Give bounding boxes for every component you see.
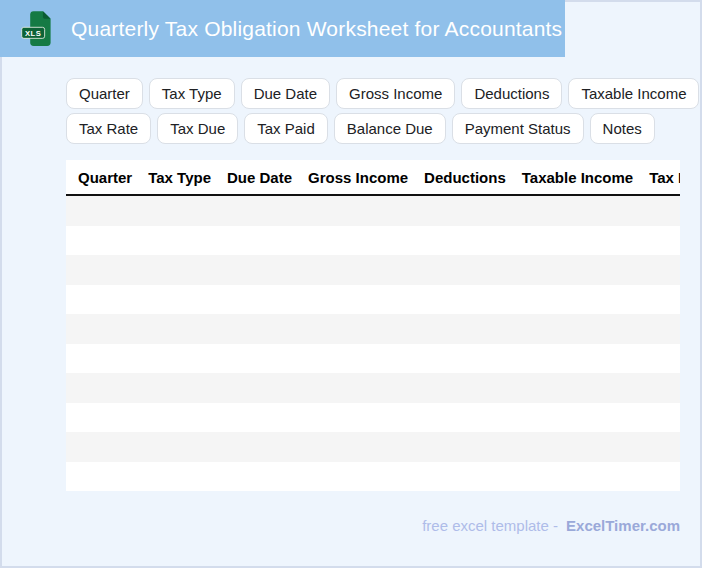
col-header-tax-rate: Tax Rate	[649, 169, 680, 186]
table-body	[66, 196, 680, 491]
chip-balance-due[interactable]: Balance Due	[334, 113, 446, 144]
chip-tax-paid[interactable]: Tax Paid	[244, 113, 328, 144]
table-row	[66, 226, 680, 256]
template-preview-page: XLS Quarterly Tax Obligation Worksheet f…	[0, 0, 702, 568]
table-row	[66, 403, 680, 433]
table-row	[66, 373, 680, 403]
footer-credit: free excel template -ExcelTimer.com	[422, 517, 680, 534]
col-header-taxable-income: Taxable Income	[522, 169, 633, 186]
chip-tax-due[interactable]: Tax Due	[157, 113, 238, 144]
footer-brand-link[interactable]: ExcelTimer.com	[566, 517, 680, 534]
xls-file-icon: XLS	[20, 9, 54, 49]
chip-quarter[interactable]: Quarter	[66, 78, 143, 109]
chip-taxable-income[interactable]: Taxable Income	[568, 78, 699, 109]
chip-deductions[interactable]: Deductions	[461, 78, 562, 109]
chip-tax-type[interactable]: Tax Type	[149, 78, 235, 109]
chip-tax-rate[interactable]: Tax Rate	[66, 113, 151, 144]
table-row	[66, 432, 680, 462]
footer-prefix: free excel template -	[422, 517, 558, 534]
col-header-deductions: Deductions	[424, 169, 506, 186]
table-row	[66, 462, 680, 492]
table-row	[66, 344, 680, 374]
table-header-row: Quarter Tax Type Due Date Gross Income D…	[66, 160, 680, 196]
col-header-due-date: Due Date	[227, 169, 292, 186]
column-tag-list: Quarter Tax Type Due Date Gross Income D…	[66, 78, 699, 144]
table-row	[66, 314, 680, 344]
chip-notes[interactable]: Notes	[590, 113, 655, 144]
page-title: Quarterly Tax Obligation Worksheet for A…	[71, 17, 562, 41]
xls-badge-text: XLS	[25, 28, 41, 37]
chip-gross-income[interactable]: Gross Income	[336, 78, 455, 109]
table-row	[66, 255, 680, 285]
chip-payment-status[interactable]: Payment Status	[452, 113, 584, 144]
col-header-tax-type: Tax Type	[148, 169, 211, 186]
col-header-quarter: Quarter	[78, 169, 132, 186]
table-row	[66, 196, 680, 226]
table-row	[66, 285, 680, 315]
worksheet-preview-table: Quarter Tax Type Due Date Gross Income D…	[66, 160, 680, 491]
title-banner: XLS Quarterly Tax Obligation Worksheet f…	[0, 0, 565, 57]
col-header-gross-income: Gross Income	[308, 169, 408, 186]
chip-row-2: Tax Rate Tax Due Tax Paid Balance Due Pa…	[66, 113, 699, 144]
chip-due-date[interactable]: Due Date	[241, 78, 330, 109]
chip-row-1: Quarter Tax Type Due Date Gross Income D…	[66, 78, 699, 109]
